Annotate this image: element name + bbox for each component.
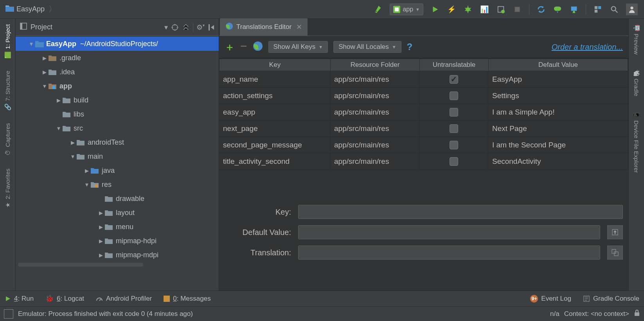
lock-icon[interactable] (634, 309, 640, 318)
order-translation-link[interactable]: Order a translation... (552, 43, 623, 52)
cell-folder[interactable]: app/src/main/res (330, 88, 419, 104)
tab-device-explorer[interactable]: 📱Device File Explorer (632, 108, 641, 176)
status-window-icon[interactable] (4, 309, 13, 319)
checkbox[interactable] (450, 124, 458, 133)
tree-item[interactable]: ▶layout (16, 206, 219, 220)
cell-untranslatable[interactable] (419, 104, 488, 120)
attach-debugger-icon[interactable] (496, 5, 505, 14)
cell-folder[interactable]: app/src/main/res (330, 104, 419, 120)
tree-item[interactable]: ▶.idea (16, 65, 219, 79)
tab-captures[interactable]: ⏱Captures (4, 120, 12, 159)
tree-item[interactable]: ▶mipmap-mdpi (16, 248, 219, 262)
sdk-manager-icon[interactable] (569, 5, 579, 14)
cell-default[interactable]: I am a Simple App! (488, 104, 628, 120)
key-input[interactable] (298, 205, 623, 219)
tree-item[interactable]: drawable (16, 192, 219, 206)
project-structure-icon[interactable] (593, 5, 603, 14)
tree-item[interactable]: ▶menu (16, 220, 219, 234)
tab-logcat[interactable]: 🐞6: Logcat (45, 294, 84, 303)
tree-root[interactable]: ▼ EasyApp ~/AndroidStudioProjects/ (16, 37, 219, 51)
user-icon[interactable] (626, 4, 638, 15)
translation-input[interactable] (298, 246, 600, 260)
col-header-default[interactable]: Default Value (489, 59, 628, 71)
project-panel-title[interactable]: Project (31, 23, 52, 31)
cell-default[interactable]: EasyApp (488, 71, 628, 87)
show-keys-select[interactable]: Show All Keys▼ (268, 41, 328, 53)
run-icon[interactable] (430, 5, 440, 14)
default-value-input[interactable] (298, 225, 600, 239)
cell-untranslatable[interactable] (419, 88, 488, 104)
cell-key[interactable]: second_page_message (219, 137, 330, 153)
cell-folder[interactable]: app/src/main/res (330, 137, 419, 153)
tree-item[interactable]: ▶build (16, 93, 219, 107)
cell-untranslatable[interactable] (419, 137, 488, 153)
search-icon[interactable] (610, 5, 619, 14)
cell-folder[interactable]: app/src/main/res (330, 153, 419, 169)
tab-project[interactable]: 🟩1: Project (3, 21, 12, 61)
cell-key[interactable]: action_settings (219, 88, 330, 104)
table-row[interactable]: app_nameapp/src/main/resEasyApp (219, 71, 628, 88)
browse-translation-button[interactable] (607, 246, 623, 260)
cell-default[interactable]: SecondActivity (488, 153, 628, 169)
make-project-icon[interactable] (373, 5, 383, 14)
checkbox[interactable] (450, 141, 458, 149)
checkbox[interactable] (450, 91, 458, 100)
stop-icon[interactable] (513, 5, 522, 14)
table-row[interactable]: title_activity_secondapp/src/main/resSec… (219, 153, 628, 170)
add-key-icon[interactable]: ＋ (225, 40, 235, 54)
close-icon[interactable]: ✕ (296, 23, 302, 31)
apply-changes-icon[interactable]: ⚡ (447, 5, 456, 14)
table-row[interactable]: easy_appapp/src/main/resI am a Simple Ap… (219, 104, 628, 120)
tree-item[interactable]: ▼main (16, 149, 219, 163)
cell-key[interactable]: title_activity_second (219, 153, 330, 169)
tab-android-profiler[interactable]: Android Profiler (96, 295, 152, 303)
cell-untranslatable[interactable] (419, 153, 488, 169)
tree-item[interactable]: ▼app (16, 79, 219, 93)
tree-item[interactable]: ▶mipmap-hdpi (16, 234, 219, 248)
run-configuration-select[interactable]: app ▼ (390, 4, 423, 15)
tree-item[interactable]: ▼src (16, 121, 219, 135)
help-icon[interactable]: ? (407, 41, 413, 52)
hide-icon[interactable] (208, 23, 215, 31)
project-tree[interactable]: ▼ EasyApp ~/AndroidStudioProjects/ ▶.gra… (16, 36, 219, 291)
table-row[interactable]: second_page_messageapp/src/main/resI am … (219, 137, 628, 153)
collapse-icon[interactable] (182, 23, 190, 31)
tree-item[interactable]: ▶.gradle (16, 51, 219, 65)
cell-untranslatable[interactable] (419, 71, 488, 87)
profiler-icon[interactable]: 📊 (480, 5, 489, 14)
tab-messages[interactable]: 0: Messages (164, 295, 210, 303)
cell-key[interactable]: next_page (219, 120, 330, 136)
remove-key-icon[interactable]: − (240, 39, 247, 53)
status-context[interactable]: Context: <no context> (564, 310, 629, 318)
checkbox[interactable] (450, 75, 458, 84)
tab-event-log[interactable]: 9+Event Log (530, 295, 571, 303)
tree-item[interactable]: libs (16, 107, 219, 121)
cell-folder[interactable]: app/src/main/res (330, 71, 419, 87)
show-locales-select[interactable]: Show All Locales▼ (333, 41, 401, 53)
horizontal-scrollbar[interactable] (18, 263, 143, 267)
checkbox[interactable] (450, 157, 458, 166)
cell-default[interactable]: Settings (488, 88, 628, 104)
col-header-untranslatable[interactable]: Untranslatable (420, 59, 489, 71)
gear-icon[interactable]: ⚙▾ (196, 23, 205, 32)
tree-item[interactable]: ▼res (16, 178, 219, 192)
cell-key[interactable]: easy_app (219, 104, 330, 120)
cell-default[interactable]: I am the Second Page (488, 137, 628, 153)
cell-key[interactable]: app_name (219, 71, 330, 87)
target-icon[interactable] (171, 23, 179, 31)
table-row[interactable]: next_pageapp/src/main/resNext Page (219, 120, 628, 137)
avd-manager-icon[interactable] (553, 5, 562, 14)
checkbox[interactable] (450, 108, 458, 117)
debug-icon[interactable] (463, 5, 473, 14)
tree-item[interactable]: ▶java (16, 163, 219, 178)
cell-untranslatable[interactable] (419, 120, 488, 136)
tab-structure[interactable]: 🔗7: Structure (3, 68, 12, 114)
chevron-down-icon[interactable]: ▾ (164, 23, 168, 32)
browse-default-button[interactable] (607, 225, 623, 239)
tab-run[interactable]: 4: Run (5, 295, 34, 303)
tab-preview[interactable]: 🤖Preview (632, 21, 641, 57)
cell-folder[interactable]: app/src/main/res (330, 120, 419, 136)
breadcrumb[interactable]: EasyApp 〉 (2, 4, 56, 14)
tree-item[interactable]: ▶androidTest (16, 135, 219, 149)
table-row[interactable]: action_settingsapp/src/main/resSettings (219, 88, 628, 104)
